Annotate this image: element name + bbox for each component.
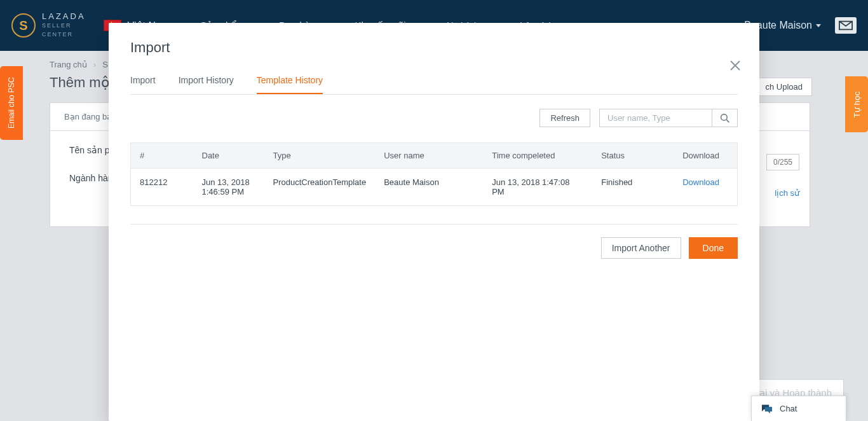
cell-completed: Jun 13, 2018 1:47:08 PM (483, 169, 592, 206)
modal-overlay: Import Import Import History Template Hi… (0, 23, 868, 421)
logo-text: LAZADA SELLER CENTER (42, 12, 86, 39)
cell-date: Jun 13, 2018 1:46:59 PM (193, 169, 264, 206)
mail-icon (839, 20, 853, 31)
breadcrumb-home[interactable]: Trang chủ (50, 60, 87, 69)
search-button[interactable] (712, 109, 737, 127)
refresh-button[interactable]: Refresh (539, 109, 590, 127)
logo[interactable]: S LAZADA SELLER CENTER (11, 12, 86, 39)
modal-actions: Import Another Done (130, 237, 738, 259)
modal-divider (130, 224, 738, 224)
logo-line1: LAZADA (42, 12, 86, 21)
modal-tabs: Import Import History Template History (130, 75, 738, 95)
chat-label: Chat (780, 404, 797, 413)
tab-import-history[interactable]: Import History (179, 75, 234, 94)
upload-button[interactable]: ch Upload (756, 78, 812, 96)
chat-widget[interactable]: Chat (751, 396, 846, 421)
breadcrumb-sep (93, 60, 96, 69)
import-another-button[interactable]: Import Another (601, 237, 681, 259)
svg-point-0 (721, 114, 727, 120)
col-id: # (131, 143, 193, 169)
logo-line2: SELLER (42, 21, 86, 30)
col-completed: Time compeleted (483, 143, 592, 169)
col-user: User name (375, 143, 483, 169)
col-date: Date (193, 143, 264, 169)
cell-id: 812212 (131, 169, 193, 206)
cell-status: Finished (592, 169, 674, 206)
close-button[interactable] (729, 60, 743, 74)
col-download: Download (674, 143, 737, 169)
search-icon (720, 113, 730, 123)
tab-template-history[interactable]: Template History (257, 75, 323, 94)
mail-button[interactable] (835, 17, 857, 34)
done-button[interactable]: Done (689, 237, 738, 259)
history-table: # Date Type User name Time compeleted St… (130, 142, 738, 206)
filter-bar: Refresh (130, 109, 738, 127)
side-tab-email[interactable]: Email cho PSC (0, 66, 23, 140)
search-input[interactable] (600, 109, 712, 127)
download-link[interactable]: Download (682, 177, 719, 187)
chat-icon (761, 404, 773, 414)
cell-type: ProductCreationTemplate (264, 169, 376, 206)
logo-badge: S (11, 13, 36, 38)
char-counter: 0/255 (766, 154, 799, 170)
col-status: Status (592, 143, 674, 169)
table-head: # Date Type User name Time compeleted St… (131, 143, 738, 169)
side-tab-learn[interactable]: Tự học (845, 76, 868, 132)
col-type: Type (264, 143, 376, 169)
table-row: 812212 Jun 13, 2018 1:46:59 PM ProductCr… (131, 169, 738, 206)
search-box (599, 109, 738, 127)
modal-title: Import (130, 39, 738, 56)
history-link[interactable]: lịch sử (775, 188, 799, 198)
tab-import[interactable]: Import (130, 75, 156, 94)
logo-line3: CENTER (42, 30, 86, 39)
import-modal: Import Import Import History Template Hi… (109, 23, 759, 421)
chevron-down-icon (816, 24, 821, 27)
close-icon (729, 60, 741, 71)
cell-user: Beaute Maison (375, 169, 483, 206)
